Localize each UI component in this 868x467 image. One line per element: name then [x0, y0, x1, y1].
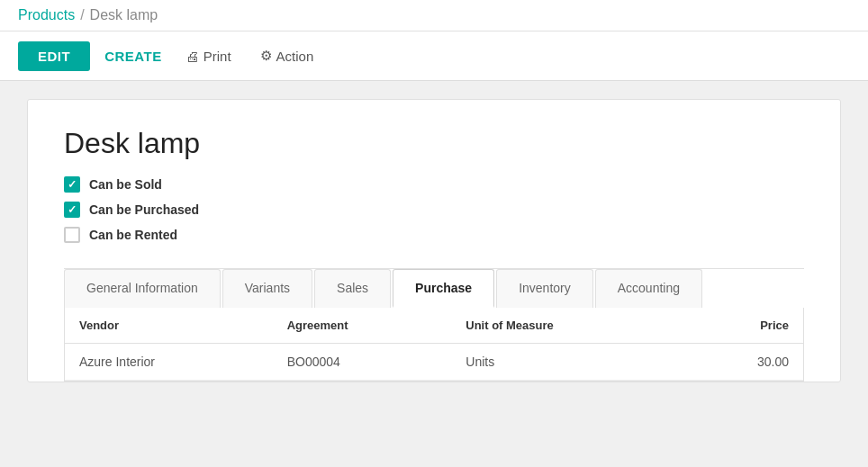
purchase-table: Vendor Agreement Unit of Measure Price A…	[65, 308, 803, 381]
tab-inventory[interactable]: Inventory	[496, 269, 593, 308]
tab-purchase-content: Vendor Agreement Unit of Measure Price A…	[64, 308, 804, 382]
action-button[interactable]: ⚙ Action	[251, 40, 323, 71]
cell-agreement: BO00004	[273, 344, 452, 381]
table-row[interactable]: Azure Interior BO00004 Units 30.00	[65, 344, 803, 381]
print-label: Print	[203, 49, 231, 64]
breadcrumb-products-link[interactable]: Products	[18, 7, 75, 23]
col-price: Price	[683, 308, 803, 344]
tabs-nav: General Information Variants Sales Purch…	[64, 269, 804, 308]
cell-vendor: Azure Interior	[65, 344, 273, 381]
col-uom: Unit of Measure	[451, 308, 683, 344]
checkbox-row-rented: Can be Rented	[64, 227, 804, 243]
can-be-rented-label: Can be Rented	[89, 228, 177, 242]
edit-button[interactable]: EDIT	[18, 41, 90, 71]
product-title: Desk lamp	[64, 127, 804, 160]
checkbox-row-sold: Can be Sold	[64, 176, 804, 193]
can-be-sold-label: Can be Sold	[89, 177, 162, 192]
action-label: Action	[276, 49, 314, 64]
breadcrumb-bar: Products / Desk lamp	[0, 0, 868, 31]
breadcrumb-separator: /	[80, 7, 84, 23]
checkbox-row-purchased: Can be Purchased	[64, 202, 804, 218]
print-icon: 🖨	[185, 49, 199, 64]
tab-general-information[interactable]: General Information	[64, 269, 221, 308]
col-agreement: Agreement	[273, 308, 452, 344]
can-be-purchased-label: Can be Purchased	[89, 202, 199, 217]
cell-uom: Units	[451, 344, 683, 381]
breadcrumb-current: Desk lamp	[90, 7, 158, 23]
can-be-rented-checkbox[interactable]	[64, 227, 80, 243]
can-be-purchased-checkbox[interactable]	[64, 202, 80, 218]
tabs-container: General Information Variants Sales Purch…	[64, 268, 804, 382]
checkbox-group: Can be Sold Can be Purchased Can be Rent…	[64, 176, 804, 243]
action-bar: EDIT CREATE 🖨 Print ⚙ Action	[0, 31, 868, 81]
tab-accounting[interactable]: Accounting	[595, 269, 702, 308]
tab-variants[interactable]: Variants	[222, 269, 312, 308]
can-be-sold-checkbox[interactable]	[64, 176, 80, 193]
main-content: Desk lamp Can be Sold Can be Purchased C…	[27, 99, 841, 382]
col-vendor: Vendor	[65, 308, 273, 344]
print-button[interactable]: 🖨 Print	[176, 41, 240, 71]
cell-price: 30.00	[683, 344, 803, 381]
tab-purchase[interactable]: Purchase	[393, 269, 494, 308]
table-header-row: Vendor Agreement Unit of Measure Price	[65, 308, 803, 344]
gear-icon: ⚙	[260, 48, 272, 64]
create-button[interactable]: CREATE	[101, 41, 166, 71]
tab-sales[interactable]: Sales	[314, 269, 391, 308]
